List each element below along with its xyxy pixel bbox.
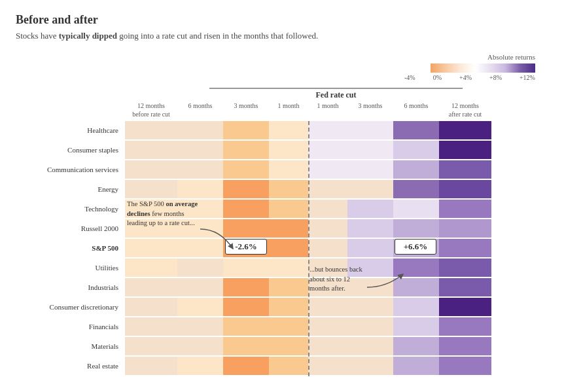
legend-label-4: +12% (520, 74, 535, 81)
row-label: Energy (17, 185, 125, 193)
table-row: Consumer staples (17, 141, 547, 159)
cells-container (125, 160, 547, 179)
cell (347, 317, 393, 336)
cell (269, 278, 308, 296)
cell (308, 357, 347, 375)
cell (223, 200, 269, 218)
cell (125, 180, 177, 198)
cell (393, 180, 439, 198)
cell (223, 160, 269, 179)
cell (439, 317, 491, 336)
cell (439, 160, 491, 179)
cell (223, 219, 269, 238)
cell (308, 337, 347, 355)
cell (177, 258, 223, 277)
legend-labels: -4% 0% +4% +8% +12% (404, 74, 535, 81)
cell (439, 239, 491, 257)
cell (439, 278, 491, 296)
cell (347, 160, 393, 179)
table-row: Communication services (17, 160, 547, 179)
cell (439, 121, 491, 139)
cell (393, 121, 439, 139)
legend-label-0: -4% (404, 74, 415, 81)
row-label: S&P 500 (17, 244, 125, 252)
cell (393, 160, 439, 179)
cell (177, 121, 223, 139)
annotation-left: The S&P 500 on averagedeclines few month… (127, 200, 198, 228)
col-header-5: 3 months (347, 101, 393, 118)
row-label: Utilities (17, 264, 125, 272)
table-row: Technology (17, 200, 547, 218)
table-row: Utilities (17, 258, 547, 277)
table-row: S&P 500 (17, 239, 547, 257)
legend: Absolute returns -4% 0% +4% +8% +12% (16, 53, 548, 81)
row-label: Healthcare (17, 126, 125, 134)
cell (223, 141, 269, 159)
cell (308, 317, 347, 336)
cell (125, 278, 177, 296)
col-header-2: 3 months (223, 101, 269, 118)
row-label: Industrials (17, 283, 125, 291)
cell (269, 258, 308, 277)
cell (439, 258, 491, 277)
cell (177, 180, 223, 198)
cell (393, 141, 439, 159)
cell (439, 298, 491, 316)
cell (223, 258, 269, 277)
table-row: Materials (17, 337, 547, 355)
cell (347, 121, 393, 139)
cell (125, 258, 177, 277)
cell (125, 317, 177, 336)
table-row: Industrials (17, 278, 547, 296)
chart-container: Fed rate cut 12 monthsbefore rate cut 6 … (17, 88, 547, 376)
cell (439, 219, 491, 238)
col-header-7: 12 monthsafter rate cut (439, 101, 491, 118)
cells-container (125, 121, 547, 139)
cell (223, 121, 269, 139)
row-label: Communication services (17, 166, 125, 173)
page-title: Before and after (16, 13, 548, 27)
cell (347, 357, 393, 375)
cells-container (125, 357, 547, 375)
cell (177, 357, 223, 375)
cell (177, 317, 223, 336)
cell (269, 219, 308, 238)
cells-container (125, 298, 547, 316)
cell (125, 141, 177, 159)
cell (125, 239, 177, 257)
cells-container (125, 239, 547, 257)
cell (223, 317, 269, 336)
cells-container (125, 141, 547, 159)
cells-container (125, 337, 547, 355)
legend-label-2: +4% (459, 74, 472, 81)
legend-title: Absolute returns (487, 53, 535, 61)
col-header-1: 6 months (177, 101, 223, 118)
col-header-6: 6 months (393, 101, 439, 118)
cell (439, 357, 491, 375)
row-label: Consumer discretionary (17, 303, 125, 311)
cell (393, 219, 439, 238)
callout-left: -2.6% (225, 239, 267, 255)
cell (393, 317, 439, 336)
cell (177, 278, 223, 296)
table-row: Consumer discretionary (17, 298, 547, 316)
cell (223, 337, 269, 355)
cell (269, 180, 308, 198)
table-row: Healthcare (17, 121, 547, 139)
cell (308, 298, 347, 316)
row-label: Financials (17, 323, 125, 330)
cell (439, 141, 491, 159)
cell (308, 219, 347, 238)
cells-container (125, 180, 547, 198)
cell (393, 278, 439, 296)
cell (223, 298, 269, 316)
cell (177, 239, 223, 257)
cell (177, 160, 223, 179)
cell (347, 298, 393, 316)
cell (308, 200, 347, 218)
fed-label: Fed rate cut (209, 88, 463, 100)
cell (308, 141, 347, 159)
col-header-4: 1 month (308, 101, 347, 118)
cell (177, 298, 223, 316)
cell (393, 357, 439, 375)
